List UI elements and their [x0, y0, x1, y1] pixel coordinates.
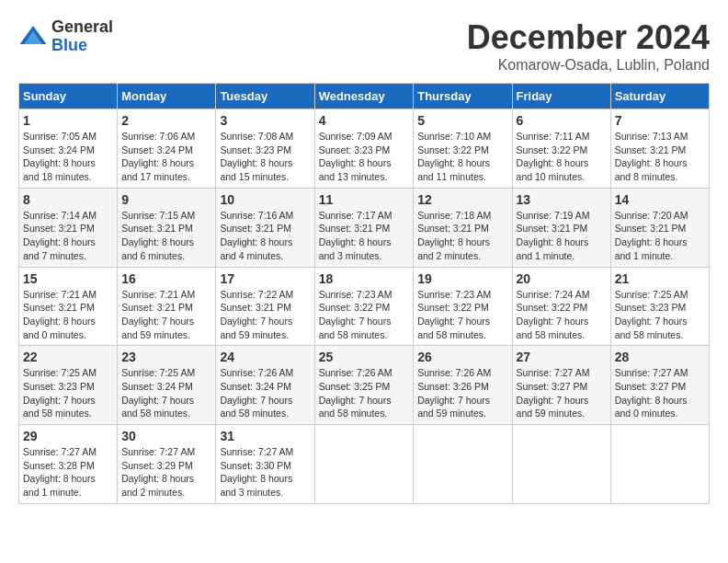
table-row: 11Sunrise: 7:17 AMSunset: 3:21 PMDayligh…	[314, 188, 414, 267]
calendar-week-3: 15Sunrise: 7:21 AMSunset: 3:21 PMDayligh…	[19, 267, 710, 346]
table-row: 17Sunrise: 7:22 AMSunset: 3:21 PMDayligh…	[216, 267, 314, 346]
table-row: 6Sunrise: 7:11 AMSunset: 3:22 PMDaylight…	[512, 109, 610, 189]
col-saturday: Saturday	[610, 84, 709, 109]
calendar-week-2: 8Sunrise: 7:14 AMSunset: 3:21 PMDaylight…	[19, 188, 710, 267]
logo-icon	[18, 22, 48, 52]
table-row: 4Sunrise: 7:09 AMSunset: 3:23 PMDaylight…	[314, 109, 414, 189]
table-row	[512, 425, 610, 504]
col-thursday: Thursday	[414, 84, 512, 109]
logo-text: General Blue	[51, 18, 113, 55]
col-monday: Monday	[118, 84, 216, 109]
logo: General Blue	[18, 18, 113, 55]
table-row: 21Sunrise: 7:25 AMSunset: 3:23 PMDayligh…	[610, 267, 709, 346]
table-row: 10Sunrise: 7:16 AMSunset: 3:21 PMDayligh…	[216, 188, 314, 267]
col-wednesday: Wednesday	[314, 84, 414, 109]
table-row	[610, 425, 709, 504]
calendar-header-row: Sunday Monday Tuesday Wednesday Thursday…	[19, 84, 710, 109]
table-row: 2Sunrise: 7:06 AMSunset: 3:24 PMDaylight…	[118, 109, 216, 189]
table-row: 9Sunrise: 7:15 AMSunset: 3:21 PMDaylight…	[118, 188, 216, 267]
table-row: 16Sunrise: 7:21 AMSunset: 3:21 PMDayligh…	[118, 267, 216, 346]
table-row: 20Sunrise: 7:24 AMSunset: 3:22 PMDayligh…	[512, 267, 610, 346]
table-row: 1Sunrise: 7:05 AMSunset: 3:24 PMDaylight…	[19, 109, 118, 189]
table-row: 29Sunrise: 7:27 AMSunset: 3:28 PMDayligh…	[19, 425, 118, 504]
calendar-table: Sunday Monday Tuesday Wednesday Thursday…	[18, 83, 710, 504]
table-row: 30Sunrise: 7:27 AMSunset: 3:29 PMDayligh…	[118, 425, 216, 504]
calendar-week-1: 1Sunrise: 7:05 AMSunset: 3:24 PMDaylight…	[19, 109, 710, 189]
table-row: 19Sunrise: 7:23 AMSunset: 3:22 PMDayligh…	[414, 267, 512, 346]
table-row	[314, 425, 414, 504]
table-row: 12Sunrise: 7:18 AMSunset: 3:21 PMDayligh…	[414, 188, 512, 267]
table-row: 13Sunrise: 7:19 AMSunset: 3:21 PMDayligh…	[512, 188, 610, 267]
table-row: 14Sunrise: 7:20 AMSunset: 3:21 PMDayligh…	[610, 188, 709, 267]
table-row: 22Sunrise: 7:25 AMSunset: 3:23 PMDayligh…	[19, 346, 118, 425]
table-row: 24Sunrise: 7:26 AMSunset: 3:24 PMDayligh…	[216, 346, 314, 425]
table-row: 8Sunrise: 7:14 AMSunset: 3:21 PMDaylight…	[19, 188, 118, 267]
table-row: 31Sunrise: 7:27 AMSunset: 3:30 PMDayligh…	[216, 425, 314, 504]
title-block: December 2024 Komarow-Osada, Lublin, Pol…	[467, 18, 710, 74]
calendar-week-5: 29Sunrise: 7:27 AMSunset: 3:28 PMDayligh…	[19, 425, 710, 504]
table-row: 18Sunrise: 7:23 AMSunset: 3:22 PMDayligh…	[314, 267, 414, 346]
page-header: General Blue December 2024 Komarow-Osada…	[18, 18, 710, 74]
col-tuesday: Tuesday	[216, 84, 314, 109]
table-row: 27Sunrise: 7:27 AMSunset: 3:27 PMDayligh…	[512, 346, 610, 425]
table-row: 3Sunrise: 7:08 AMSunset: 3:23 PMDaylight…	[216, 109, 314, 189]
location: Komarow-Osada, Lublin, Poland	[467, 57, 710, 74]
table-row: 5Sunrise: 7:10 AMSunset: 3:22 PMDaylight…	[414, 109, 512, 189]
table-row	[414, 425, 512, 504]
table-row: 26Sunrise: 7:26 AMSunset: 3:26 PMDayligh…	[414, 346, 512, 425]
table-row: 23Sunrise: 7:25 AMSunset: 3:24 PMDayligh…	[118, 346, 216, 425]
table-row: 15Sunrise: 7:21 AMSunset: 3:21 PMDayligh…	[19, 267, 118, 346]
calendar-week-4: 22Sunrise: 7:25 AMSunset: 3:23 PMDayligh…	[19, 346, 710, 425]
col-sunday: Sunday	[19, 84, 118, 109]
col-friday: Friday	[512, 84, 610, 109]
table-row: 28Sunrise: 7:27 AMSunset: 3:27 PMDayligh…	[610, 346, 709, 425]
table-row: 25Sunrise: 7:26 AMSunset: 3:25 PMDayligh…	[314, 346, 414, 425]
table-row: 7Sunrise: 7:13 AMSunset: 3:21 PMDaylight…	[610, 109, 709, 189]
month-title: December 2024	[467, 18, 710, 57]
